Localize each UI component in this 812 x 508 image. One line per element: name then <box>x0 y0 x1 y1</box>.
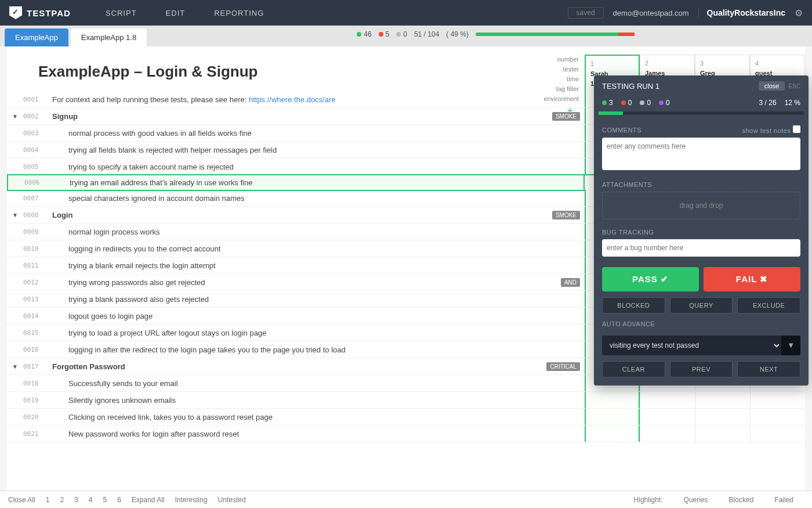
attachments-label: ATTACHMENTS <box>602 181 800 188</box>
tab-exampleapp-18[interactable]: ExampleApp 1.8 <box>71 28 147 46</box>
row-number: 0009 <box>23 228 52 236</box>
result-cell[interactable] <box>640 392 695 408</box>
row-text: Signup <box>52 112 552 121</box>
row-text: Forgotten Password <box>52 362 546 371</box>
test-row[interactable]: 0021New password works for login after p… <box>7 426 805 442</box>
popup-stats: 3 0 0 0 3 / 26 12 % <box>594 96 809 111</box>
result-cell[interactable] <box>750 426 805 442</box>
comments-input[interactable] <box>602 138 800 170</box>
org-name[interactable]: QualityRockstarsInc <box>698 8 785 17</box>
close-button[interactable]: close <box>759 81 785 91</box>
summary-progress <box>476 33 800 36</box>
row-number: 0019 <box>23 397 52 404</box>
tab-exampleapp[interactable]: ExampleApp <box>5 28 68 46</box>
row-number: 0010 <box>23 245 52 253</box>
fail-button[interactable]: FAIL ✖ <box>704 267 800 291</box>
row-number: 0013 <box>23 296 52 303</box>
test-row[interactable]: 0019Silently ignores unknown emails <box>7 392 805 409</box>
gear-icon[interactable]: ⚙ <box>795 8 803 19</box>
auto-advance-label: AUTO ADVANCE <box>602 320 800 327</box>
result-cell[interactable] <box>585 426 640 442</box>
result-cell[interactable] <box>695 392 750 408</box>
show-notes-label: show test notes <box>742 127 791 134</box>
row-text: trying a blank email rejects the login a… <box>52 261 585 270</box>
saved-badge: saved <box>568 7 604 19</box>
result-cell[interactable] <box>695 409 750 425</box>
bug-label: BUG TRACKING <box>602 229 800 236</box>
row-text: trying a blank password also gets reject… <box>52 295 585 304</box>
tabs-row: ExampleApp ExampleApp 1.8 46 5 0 51 / 10… <box>0 26 812 46</box>
result-cell[interactable] <box>750 409 805 425</box>
result-cell[interactable] <box>585 392 640 408</box>
row-number: 0004 <box>23 146 52 154</box>
show-notes-checkbox[interactable] <box>793 125 800 133</box>
auto-advance-select[interactable]: visiting every test not passed <box>602 336 781 355</box>
row-tag: SMOKE <box>552 112 580 121</box>
row-number: 0007 <box>23 194 52 202</box>
row-text: logging in redirects you to the correct … <box>52 244 585 253</box>
row-text: normal process with good values in all f… <box>52 129 585 138</box>
row-toggle[interactable]: ▼ <box>7 212 23 218</box>
row-tag: CRITICAL <box>546 362 580 371</box>
row-number: 0006 <box>24 179 53 186</box>
bug-input[interactable] <box>602 239 800 257</box>
prev-button[interactable]: PREV <box>670 361 733 377</box>
nav-edit[interactable]: EDIT <box>166 9 186 17</box>
row-number: 0017 <box>23 363 52 370</box>
row-text: trying to specify a taken account name i… <box>52 163 585 171</box>
row-text: Clicking on received link, takes you to … <box>52 413 585 421</box>
row-text: New password works for login after passw… <box>52 430 585 438</box>
exclude-button[interactable]: EXCLUDE <box>737 297 800 314</box>
row-tag: SMOKE <box>552 211 580 219</box>
popup-title: TESTING RUN 1 <box>602 82 659 91</box>
nav-script[interactable]: SCRIPT <box>106 9 137 17</box>
row-number: 0005 <box>23 163 52 171</box>
row-text: Successfully sends to your email <box>52 379 585 388</box>
row-number: 0012 <box>23 279 52 286</box>
row-number: 0015 <box>23 329 52 337</box>
row-number: 0003 <box>23 129 52 137</box>
row-number: 0001 <box>23 96 52 103</box>
row-text: trying all fields blank is rejected with… <box>52 146 585 154</box>
result-cell[interactable] <box>640 426 695 442</box>
row-number: 0016 <box>23 346 52 354</box>
row-text: trying to load a project URL after logou… <box>52 329 585 337</box>
nav-menu: SCRIPT EDIT REPORTING <box>106 9 264 17</box>
esc-label: ESC <box>788 83 800 89</box>
row-text: special characters ignored in account do… <box>52 194 585 203</box>
row-number: 0021 <box>23 430 52 438</box>
result-cell[interactable] <box>640 409 695 425</box>
row-text: Silently ignores unknown emails <box>52 396 585 405</box>
top-header: TESTPAD SCRIPT EDIT REPORTING saved demo… <box>0 0 812 26</box>
summary-stats: 46 5 0 51 / 104 ( 49 %) <box>357 30 800 38</box>
row-tag: AND <box>561 278 580 287</box>
result-cell[interactable] <box>585 409 640 425</box>
clear-button[interactable]: CLEAR <box>602 361 665 377</box>
query-button[interactable]: QUERY <box>670 297 733 314</box>
row-number: 0020 <box>23 413 52 421</box>
nav-reporting[interactable]: REPORTING <box>214 9 264 17</box>
row-toggle[interactable]: ▼ <box>7 363 23 370</box>
row-toggle[interactable]: ▼ <box>7 113 23 120</box>
pass-button[interactable]: PASS ✔ <box>602 267 699 291</box>
row-text: trying an email address that's already i… <box>53 178 583 187</box>
comments-label: COMMENTS <box>602 127 641 134</box>
result-cell[interactable] <box>750 392 805 408</box>
next-button[interactable]: NEXT <box>737 361 800 377</box>
blocked-button[interactable]: BLOCKED <box>602 297 665 314</box>
row-text: logout goes to login page <box>52 312 585 320</box>
logo[interactable]: TESTPAD <box>9 6 71 19</box>
test-row[interactable]: 0020Clicking on received link, takes you… <box>7 409 805 426</box>
row-number: 0011 <box>23 262 52 269</box>
user-email[interactable]: demo@ontestpad.com <box>613 9 689 17</box>
logo-icon <box>9 6 22 19</box>
row-number: 0018 <box>23 380 52 387</box>
attachments-dropzone[interactable]: drag and drop <box>602 192 800 219</box>
row-number: 0002 <box>23 113 52 120</box>
logo-text: TESTPAD <box>27 8 71 18</box>
testing-run-popup: TESTING RUN 1 close ESC 3 0 0 0 3 / 26 1… <box>594 75 809 385</box>
row-text: For context and help running these tests… <box>52 95 585 104</box>
result-cell[interactable] <box>695 426 750 442</box>
row-text: normal login process works <box>52 228 585 236</box>
row-text: logging in after the redirect to the log… <box>52 345 585 354</box>
